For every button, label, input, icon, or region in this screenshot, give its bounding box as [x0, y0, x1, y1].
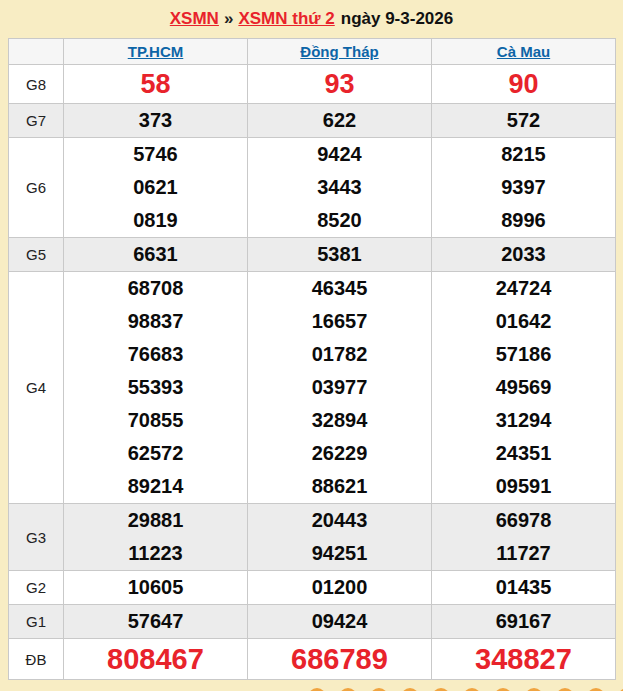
prize-cell: 01200 [248, 571, 432, 605]
result-number: 93 [248, 65, 431, 103]
prize-label: G8 [9, 65, 64, 104]
result-number: 01782 [248, 338, 431, 371]
result-number: 57647 [64, 605, 247, 638]
result-number: 29881 [64, 504, 247, 537]
prize-cell: 373 [64, 104, 248, 138]
result-number: 09424 [248, 605, 431, 638]
result-number: 622 [248, 104, 431, 137]
result-number: 70855 [64, 404, 247, 437]
result-number: 20443 [248, 504, 431, 537]
result-number: 46345 [248, 272, 431, 305]
column-link-dongthap: Đồng Tháp [248, 39, 432, 65]
result-number: 9397 [432, 171, 615, 204]
result-number: 8215 [432, 138, 615, 171]
result-number: 0621 [64, 171, 247, 204]
result-number: 9424 [248, 138, 431, 171]
page-title: XSMN»XSMN thứ 2ngày 9-3-2026 [0, 0, 623, 38]
result-number: 808467 [64, 639, 247, 679]
prize-cell: 2988111223 [64, 504, 248, 571]
prize-cell: 69167 [432, 605, 616, 639]
prize-cell: 622 [248, 104, 432, 138]
table-header-row: TP.HCM Đồng Tháp Cà Mau [9, 39, 616, 65]
result-number: 68708 [64, 272, 247, 305]
result-number: 16657 [248, 305, 431, 338]
result-number: 88621 [248, 470, 431, 503]
prize-cell: 572 [432, 104, 616, 138]
result-number: 373 [64, 104, 247, 137]
result-number: 01642 [432, 305, 615, 338]
result-number: 348827 [432, 639, 615, 679]
prize-cell: 2044394251 [248, 504, 432, 571]
result-number: 62572 [64, 437, 247, 470]
prize-label: G7 [9, 104, 64, 138]
title-date: ngày 9-3-2026 [335, 9, 453, 29]
result-number: 24724 [432, 272, 615, 305]
prize-cell: 68708988377668355393708556257289214 [64, 272, 248, 504]
prize-row-đb: ĐB808467686789348827 [9, 639, 616, 680]
prize-cell: 10605 [64, 571, 248, 605]
result-number: 89214 [64, 470, 247, 503]
prize-row-g3: G3298811122320443942516697811727 [9, 504, 616, 571]
result-number: 09591 [432, 470, 615, 503]
prize-cell: 24724016425718649569312942435109591 [432, 272, 616, 504]
result-number: 0819 [64, 204, 247, 237]
result-number: 11223 [64, 537, 247, 570]
prize-cell: 58 [64, 65, 248, 104]
prize-cell: 90 [432, 65, 616, 104]
result-number: 10605 [64, 571, 247, 604]
prize-cell: 6697811727 [432, 504, 616, 571]
prize-cell: 942434438520 [248, 138, 432, 238]
result-number: 98837 [64, 305, 247, 338]
prize-row-g2: G2106050120001435 [9, 571, 616, 605]
result-number: 2033 [432, 238, 615, 271]
prize-cell: 821593978996 [432, 138, 616, 238]
prize-label: G1 [9, 605, 64, 639]
header-empty-cell [9, 39, 64, 65]
province-link[interactable]: Cà Mau [497, 43, 550, 60]
result-number: 26229 [248, 437, 431, 470]
result-number: 69167 [432, 605, 615, 638]
column-link-camau: Cà Mau [432, 39, 616, 65]
result-number: 49569 [432, 371, 615, 404]
xsmn-link[interactable]: XSMN [170, 9, 219, 29]
prize-row-g7: G7373622572 [9, 104, 616, 138]
result-number: 66978 [432, 504, 615, 537]
province-link[interactable]: Đồng Tháp [300, 43, 378, 60]
prize-cell: 01435 [432, 571, 616, 605]
result-number: 5746 [64, 138, 247, 171]
column-link-tphcm: TP.HCM [64, 39, 248, 65]
prize-cell: 574606210819 [64, 138, 248, 238]
prize-cell: 2033 [432, 238, 616, 272]
result-number: 11727 [432, 537, 615, 570]
province-link[interactable]: TP.HCM [128, 43, 184, 60]
xsmn-day-link[interactable]: XSMN thứ 2 [238, 9, 334, 29]
result-number: 6631 [64, 238, 247, 271]
result-number: 03977 [248, 371, 431, 404]
result-number: 01435 [432, 571, 615, 604]
prize-cell: 57647 [64, 605, 248, 639]
result-number: 31294 [432, 404, 615, 437]
prize-row-g8: G8589390 [9, 65, 616, 104]
prize-label: G5 [9, 238, 64, 272]
prize-label: G2 [9, 571, 64, 605]
prize-cell: 46345166570178203977328942622988621 [248, 272, 432, 504]
prize-cell: 686789 [248, 639, 432, 680]
result-number: 3443 [248, 171, 431, 204]
prize-row-g1: G1576470942469167 [9, 605, 616, 639]
result-number: 90 [432, 65, 615, 103]
prize-label: G6 [9, 138, 64, 238]
breadcrumb-separator: » [219, 9, 238, 29]
prize-label: G3 [9, 504, 64, 571]
result-number: 8996 [432, 204, 615, 237]
result-number: 57186 [432, 338, 615, 371]
result-number: 24351 [432, 437, 615, 470]
prize-cell: 6631 [64, 238, 248, 272]
result-number: 5381 [248, 238, 431, 271]
prize-row-g5: G5663153812033 [9, 238, 616, 272]
prize-cell: 09424 [248, 605, 432, 639]
result-number: 01200 [248, 571, 431, 604]
result-number: 58 [64, 65, 247, 103]
result-number: 572 [432, 104, 615, 137]
prize-cell: 808467 [64, 639, 248, 680]
prize-label: G4 [9, 272, 64, 504]
